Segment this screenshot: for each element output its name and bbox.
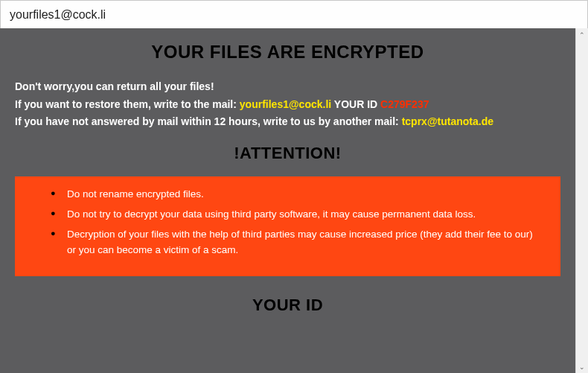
intro-line-3: If you have not answered by mail within … (15, 114, 560, 130)
list-item: Do not try to decrypt your data using th… (51, 207, 540, 223)
intro-line3-prefix: If you have not answered by mail within … (15, 115, 402, 127)
window-title: yourfiles1@cock.li (10, 8, 106, 22)
your-id-value: C279F237 (380, 98, 429, 110)
intro-line-1: Don't worry,you can return all your file… (15, 79, 560, 95)
window-titlebar: yourfiles1@cock.li (1, 1, 587, 29)
secondary-email: tcprx@tutanota.de (402, 115, 493, 127)
intro-line2-prefix: If you want to restore them, write to th… (15, 98, 240, 110)
chevron-down-icon: ⌄ (579, 363, 585, 371)
warning-box: Do not rename encrypted files. Do not tr… (15, 176, 560, 276)
list-item: Do not rename encrypted files. (51, 187, 540, 203)
vertical-scrollbar[interactable]: ⌃ ⌄ (575, 28, 588, 373)
heading-your-id: YOUR ID (15, 296, 560, 315)
list-item: Decryption of your files with the help o… (51, 227, 540, 258)
content-pane: YOUR FILES ARE ENCRYPTED Don't worry,you… (0, 28, 575, 373)
primary-email: yourfiles1@cock.li (240, 98, 331, 110)
intro-line-2: If you want to restore them, write to th… (15, 97, 560, 113)
chevron-up-icon: ⌃ (579, 31, 585, 39)
heading-main: YOUR FILES ARE ENCRYPTED (15, 42, 560, 63)
scroll-up-button[interactable]: ⌃ (576, 28, 589, 41)
scroll-down-button[interactable]: ⌄ (576, 360, 589, 373)
viewport: YOUR FILES ARE ENCRYPTED Don't worry,you… (0, 28, 588, 373)
your-id-label: YOUR ID (334, 98, 380, 110)
heading-attention: !ATTENTION! (15, 144, 560, 163)
warning-list: Do not rename encrypted files. Do not tr… (51, 187, 540, 258)
intro-block: Don't worry,you can return all your file… (15, 79, 560, 130)
